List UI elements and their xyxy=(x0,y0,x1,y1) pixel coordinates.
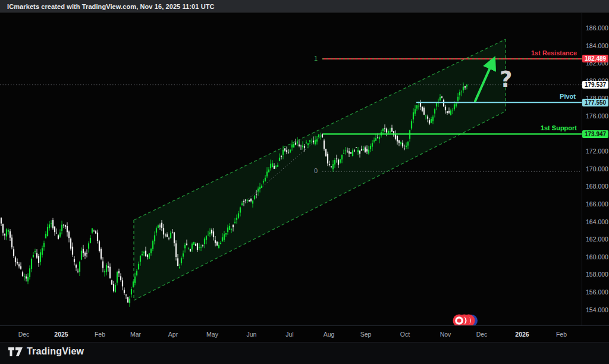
time-tick: Dec xyxy=(476,331,488,338)
footer-strip: TradingView xyxy=(0,342,609,364)
time-tick: Jul xyxy=(285,331,293,338)
time-tick: Oct xyxy=(400,331,410,338)
price-tick: 170.000 xyxy=(586,165,609,172)
price-tick: 160.000 xyxy=(586,253,609,261)
price-tick: 162.000 xyxy=(586,236,609,243)
fib-level-1-label[interactable]: 1 xyxy=(314,55,318,62)
price-tick: 166.000 xyxy=(586,200,609,208)
price-tick: 156.000 xyxy=(586,288,609,296)
tradingview-logo-icon xyxy=(8,347,23,356)
time-tick: Nov xyxy=(440,331,451,338)
chart-window: ICmarkets created with TradingView.com, … xyxy=(0,0,609,364)
price-tick: 168.000 xyxy=(586,183,609,190)
pivot-price-badge: 177.550 xyxy=(582,99,608,106)
trend-channel[interactable] xyxy=(134,39,506,300)
pivot-line-label[interactable]: Pivot xyxy=(560,93,576,100)
resistance-line-label[interactable]: 1st Resistance xyxy=(531,49,577,57)
price-tick: 186.000 xyxy=(586,24,609,32)
time-tick: May xyxy=(206,331,218,338)
time-tick: Feb xyxy=(95,331,105,338)
time-tick: Dec xyxy=(18,331,30,338)
chart-attribution-bar: ICmarkets created with TradingView.com, … xyxy=(0,0,609,13)
time-scale[interactable]: Dec2025FebMarAprMayJunJulAugSepOctNovDec… xyxy=(0,325,609,343)
time-tick: Feb xyxy=(556,331,567,338)
tradingview-logo-text: TradingView xyxy=(27,346,84,357)
tradingview-logo[interactable]: TradingView xyxy=(8,346,84,357)
question-mark-annotation[interactable]: ? xyxy=(500,67,512,92)
price-tick: 176.000 xyxy=(586,112,609,120)
time-tick: Apr xyxy=(168,331,178,338)
fib-level-0-label[interactable]: 0 xyxy=(314,167,318,174)
support-line-label[interactable]: 1st Support xyxy=(541,124,577,131)
candlestick-chart[interactable] xyxy=(0,0,609,364)
time-tick: Sep xyxy=(360,331,372,338)
support-price-badge: 173.947 xyxy=(582,130,608,138)
time-tick: Aug xyxy=(324,331,335,338)
price-tick: 184.000 xyxy=(586,42,609,49)
attribution-text: ICmarkets created with TradingView.com, … xyxy=(7,3,215,10)
current-price-badge: 179.537 xyxy=(582,81,608,89)
time-tick: 2025 xyxy=(54,331,68,338)
resistance-price-badge: 182.489 xyxy=(582,55,608,62)
price-tick: 154.000 xyxy=(586,306,609,313)
time-tick: 2026 xyxy=(515,331,529,338)
price-tick: 164.000 xyxy=(586,218,609,225)
price-tick: 158.000 xyxy=(586,271,609,278)
time-tick: Mar xyxy=(130,331,141,338)
price-tick: 172.000 xyxy=(586,148,609,155)
time-tick: Jun xyxy=(247,331,257,338)
